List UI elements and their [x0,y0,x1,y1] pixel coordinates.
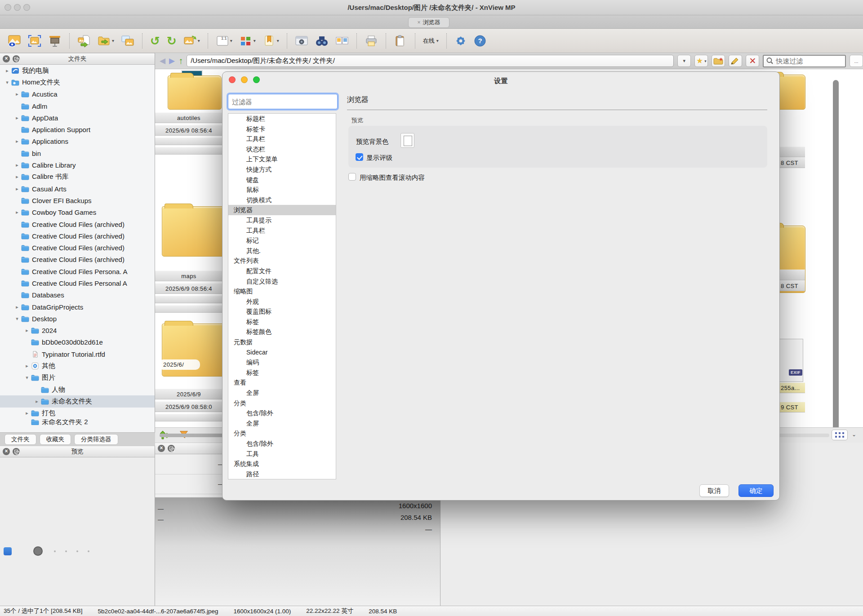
settings-category-item[interactable]: 全屏 [228,388,336,398]
chevron-icon[interactable]: ▸ [13,115,21,121]
chevron-icon[interactable]: ▸ [13,162,21,168]
chevron-icon[interactable]: ▸ [23,363,31,369]
settings-category-item[interactable]: 缩略图 [228,286,336,297]
settings-category-item[interactable]: 浏览器 [228,205,336,215]
sidebar-item[interactable]: Creative Cloud Files Persona. A [0,266,155,277]
sidebar-item[interactable]: 人物 [0,384,155,395]
path-dropdown-button[interactable]: ▾ [677,55,691,67]
close-window-button[interactable] [4,4,11,11]
color-well-button[interactable] [400,133,414,148]
sidebar-item[interactable]: ▸Casual Arts [0,183,155,195]
settings-category-item[interactable]: 其他. [228,246,336,256]
browse-button[interactable] [6,32,22,50]
panel-detach-icon[interactable] [168,445,175,452]
thumbnail-size-slider[interactable] [0,545,155,561]
minimize-window-button[interactable] [14,4,21,11]
cancel-button[interactable]: 取消 [699,484,729,497]
clipboard-button[interactable] [392,32,409,50]
slideshow-button[interactable] [47,32,63,50]
slider-knob[interactable] [33,546,43,556]
sidebar-item[interactable]: ▸Cowboy Toad Games [0,207,155,218]
chevron-icon[interactable]: ▸ [13,174,21,180]
sidebar-item[interactable]: ▸Calibre 书库 [0,171,155,183]
move-to-folder-button[interactable] [96,32,116,50]
settings-category-item[interactable]: 标签 [228,317,336,327]
sidebar-item[interactable]: ▸Calibre Library [0,159,155,171]
forward-icon[interactable]: ▶ [169,56,175,66]
settings-category-item[interactable]: 标签 [228,368,336,378]
convert-button[interactable] [76,32,92,50]
new-folder-button[interactable] [712,55,725,67]
sidebar-item[interactable]: Application Support [0,124,155,135]
grid-view-button[interactable] [832,430,848,440]
bookmark-button[interactable] [261,32,280,50]
panel-detach-icon[interactable] [13,448,20,455]
print-button[interactable] [363,32,379,50]
undo-button[interactable]: ↺ [149,32,161,50]
settings-category-item[interactable]: 标题栏 [228,114,336,124]
sidebar-item[interactable]: ▸AppData [0,112,155,124]
settings-category-item[interactable]: 切换模式 [228,195,336,205]
settings-category-item[interactable]: 文件列表 [228,256,336,266]
settings-category-item[interactable]: 系统集成 [228,459,336,469]
sidebar-item[interactable]: Creative Cloud Files Personal A [0,277,155,289]
chevron-icon[interactable]: ▸ [13,138,21,144]
settings-category-item[interactable]: Sidecar [228,347,336,358]
chevron-icon[interactable]: ▸ [23,328,31,333]
sidebar-item[interactable]: ▸我的电脑 [0,65,155,76]
settings-category-item[interactable]: 配置文件 [228,266,336,276]
settings-category-item[interactable]: 路径 [228,469,336,479]
sidebar-item[interactable]: Creative Cloud Files (archived) [0,242,155,253]
settings-category-item[interactable]: 上下文菜单 [228,154,336,164]
panel-close-icon[interactable] [158,445,165,452]
chevron-icon[interactable]: ▸ [13,209,21,215]
quick-filter-input[interactable] [776,57,830,65]
sidebar-item[interactable]: ▾Desktop [0,313,155,324]
chevron-icon[interactable]: ▾ [13,316,21,322]
view-options-chevron-icon[interactable]: ⌄ [852,431,856,438]
redo-button[interactable]: ↻ [165,32,178,50]
settings-category-item[interactable]: 编码 [228,357,336,368]
settings-category-item[interactable]: 自定义筛选 [228,276,336,287]
search-button[interactable] [314,32,330,50]
file-name-label[interactable]: maps [155,270,222,281]
file-name-label[interactable]: 2025/6/9 [155,389,222,399]
sidebar-item[interactable]: ▸打包 [0,408,155,419]
sidebar-item[interactable]: bDb0e030d0b2d61e [0,337,155,348]
sidebar-item[interactable]: Creative Cloud Files (archived) [0,218,155,230]
file-name-label[interactable]: autotiles [155,112,222,123]
sidebar-item[interactable]: ▸DataGripProjects [0,301,155,313]
sidebar-item[interactable]: ▸2024 [0,325,155,337]
favorites-button[interactable]: ★▾ [694,55,708,67]
settings-category-item[interactable]: 包含/除外 [228,408,336,418]
thumbnail-scroll-checkbox[interactable] [348,173,356,181]
settings-category-item[interactable]: 全屏 [228,418,336,429]
settings-category-item[interactable]: 键盘 [228,175,336,185]
sidebar-item[interactable]: ▸未命名文件夹 [0,395,155,407]
settings-category-item[interactable]: 覆盖图标 [228,306,336,317]
settings-category-item[interactable]: 鼠标 [228,185,336,195]
folder-thumbnail[interactable] [168,75,222,110]
chevron-icon[interactable]: ▸ [13,186,21,192]
rotate-button[interactable] [182,32,201,50]
zoom-ratio-button[interactable]: 1:1 [214,32,234,50]
chevron-icon[interactable]: ▸ [13,304,21,310]
panel-detach-icon[interactable] [13,55,20,62]
settings-category-item[interactable]: 快捷方式 [228,164,336,175]
back-icon[interactable]: ◀ [160,56,165,66]
chevron-icon[interactable]: ▾ [23,375,31,381]
copy-button[interactable] [120,32,136,50]
sidebar-item[interactable]: 未命名文件夹 2 [0,419,155,425]
quick-filter-field[interactable] [763,55,846,67]
settings-button[interactable] [453,32,468,50]
chevron-icon[interactable]: ▸ [4,68,11,74]
tab-favorites[interactable]: 收藏夹 [40,434,71,445]
sidebar-item[interactable]: ▾图片 [0,372,155,384]
panel-close-icon[interactable] [3,448,10,455]
tab-close-icon[interactable]: × [417,19,420,26]
settings-category-item[interactable]: 查看 [228,377,336,388]
folder-thumbnail[interactable] [162,206,229,257]
sidebar-item[interactable]: Adlm [0,100,155,112]
settings-category-item[interactable]: 分类 [228,428,336,439]
sidebar-item[interactable]: Typinator Tutorial.rtfd [0,348,155,360]
